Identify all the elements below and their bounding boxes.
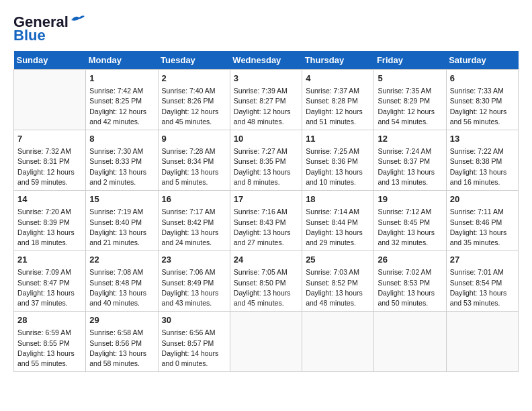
day-info: Sunrise: 6:58 AM Sunset: 8:56 PM Dayligh… (89, 328, 154, 369)
day-info: Sunrise: 7:32 AM Sunset: 8:31 PM Dayligh… (17, 146, 82, 187)
calendar-cell: 25Sunrise: 7:03 AM Sunset: 8:52 PM Dayli… (302, 251, 374, 312)
day-info: Sunrise: 7:02 AM Sunset: 8:53 PM Dayligh… (378, 267, 442, 308)
calendar-cell: 28Sunrise: 6:59 AM Sunset: 8:55 PM Dayli… (14, 312, 86, 372)
calendar-cell: 4Sunrise: 7:37 AM Sunset: 8:28 PM Daylig… (302, 70, 374, 130)
day-number: 1 (89, 73, 154, 85)
day-number: 28 (17, 314, 82, 326)
calendar-cell: 22Sunrise: 7:08 AM Sunset: 8:48 PM Dayli… (86, 251, 158, 312)
calendar-cell: 10Sunrise: 7:27 AM Sunset: 8:35 PM Dayli… (230, 130, 302, 191)
day-number: 27 (450, 254, 515, 266)
calendar-week-row: 14Sunrise: 7:20 AM Sunset: 8:39 PM Dayli… (14, 191, 519, 251)
day-number: 12 (378, 133, 442, 145)
weekday-header-monday: Monday (86, 51, 158, 70)
day-info: Sunrise: 7:30 AM Sunset: 8:33 PM Dayligh… (89, 146, 154, 187)
calendar-cell (230, 312, 302, 372)
calendar-cell: 24Sunrise: 7:05 AM Sunset: 8:50 PM Dayli… (230, 251, 302, 312)
calendar-cell: 12Sunrise: 7:24 AM Sunset: 8:37 PM Dayli… (374, 130, 446, 191)
day-info: Sunrise: 6:56 AM Sunset: 8:57 PM Dayligh… (162, 328, 226, 369)
day-info: Sunrise: 7:05 AM Sunset: 8:50 PM Dayligh… (234, 267, 298, 308)
weekday-header-tuesday: Tuesday (158, 51, 230, 70)
calendar-cell: 7Sunrise: 7:32 AM Sunset: 8:31 PM Daylig… (14, 130, 86, 191)
calendar-cell: 8Sunrise: 7:30 AM Sunset: 8:33 PM Daylig… (86, 130, 158, 191)
day-info: Sunrise: 7:24 AM Sunset: 8:37 PM Dayligh… (378, 146, 442, 187)
calendar-cell: 6Sunrise: 7:33 AM Sunset: 8:30 PM Daylig… (446, 70, 518, 130)
day-number: 4 (306, 73, 370, 85)
calendar-cell: 26Sunrise: 7:02 AM Sunset: 8:53 PM Dayli… (374, 251, 446, 312)
day-info: Sunrise: 7:08 AM Sunset: 8:48 PM Dayligh… (89, 267, 154, 308)
day-info: Sunrise: 7:37 AM Sunset: 8:28 PM Dayligh… (306, 86, 370, 127)
day-number: 19 (378, 193, 442, 205)
calendar-cell: 1Sunrise: 7:42 AM Sunset: 8:25 PM Daylig… (86, 70, 158, 130)
day-number: 7 (17, 133, 82, 145)
calendar-week-row: 1Sunrise: 7:42 AM Sunset: 8:25 PM Daylig… (14, 70, 519, 130)
day-info: Sunrise: 7:28 AM Sunset: 8:34 PM Dayligh… (162, 146, 226, 187)
day-number: 11 (306, 133, 370, 145)
calendar-cell: 11Sunrise: 7:25 AM Sunset: 8:36 PM Dayli… (302, 130, 374, 191)
day-number: 9 (162, 133, 226, 145)
calendar-cell (14, 70, 86, 130)
day-number: 25 (306, 254, 370, 266)
day-info: Sunrise: 7:09 AM Sunset: 8:47 PM Dayligh… (17, 267, 82, 308)
day-info: Sunrise: 7:06 AM Sunset: 8:49 PM Dayligh… (162, 267, 226, 308)
day-number: 15 (89, 193, 154, 205)
day-number: 10 (234, 133, 298, 145)
calendar-week-row: 28Sunrise: 6:59 AM Sunset: 8:55 PM Dayli… (14, 312, 519, 372)
day-info: Sunrise: 7:11 AM Sunset: 8:46 PM Dayligh… (450, 207, 515, 248)
calendar-cell: 23Sunrise: 7:06 AM Sunset: 8:49 PM Dayli… (158, 251, 230, 312)
day-info: Sunrise: 7:19 AM Sunset: 8:40 PM Dayligh… (89, 207, 154, 248)
calendar-cell: 9Sunrise: 7:28 AM Sunset: 8:34 PM Daylig… (158, 130, 230, 191)
day-info: Sunrise: 7:40 AM Sunset: 8:26 PM Dayligh… (162, 86, 226, 127)
weekday-header-friday: Friday (374, 51, 446, 70)
calendar-cell: 18Sunrise: 7:14 AM Sunset: 8:44 PM Dayli… (302, 191, 374, 251)
day-number: 17 (234, 193, 298, 205)
calendar-cell: 17Sunrise: 7:16 AM Sunset: 8:43 PM Dayli… (230, 191, 302, 251)
day-number: 5 (378, 73, 442, 85)
calendar-cell: 19Sunrise: 7:12 AM Sunset: 8:45 PM Dayli… (374, 191, 446, 251)
calendar-week-row: 7Sunrise: 7:32 AM Sunset: 8:31 PM Daylig… (14, 130, 519, 191)
calendar-week-row: 21Sunrise: 7:09 AM Sunset: 8:47 PM Dayli… (14, 251, 519, 312)
calendar-cell: 2Sunrise: 7:40 AM Sunset: 8:26 PM Daylig… (158, 70, 230, 130)
day-info: Sunrise: 7:20 AM Sunset: 8:39 PM Dayligh… (17, 207, 82, 248)
day-number: 23 (162, 254, 226, 266)
day-info: Sunrise: 7:12 AM Sunset: 8:45 PM Dayligh… (378, 207, 442, 248)
day-number: 16 (162, 193, 226, 205)
calendar-cell: 29Sunrise: 6:58 AM Sunset: 8:56 PM Dayli… (86, 312, 158, 372)
day-number: 6 (450, 73, 515, 85)
weekday-header-thursday: Thursday (302, 51, 374, 70)
day-info: Sunrise: 7:27 AM Sunset: 8:35 PM Dayligh… (234, 146, 298, 187)
calendar-cell: 15Sunrise: 7:19 AM Sunset: 8:40 PM Dayli… (86, 191, 158, 251)
calendar-cell (302, 312, 374, 372)
day-info: Sunrise: 7:22 AM Sunset: 8:38 PM Dayligh… (450, 146, 515, 187)
day-info: Sunrise: 7:35 AM Sunset: 8:29 PM Dayligh… (378, 86, 442, 127)
day-info: Sunrise: 7:01 AM Sunset: 8:54 PM Dayligh… (450, 267, 515, 308)
day-number: 14 (17, 193, 82, 205)
calendar-cell: 5Sunrise: 7:35 AM Sunset: 8:29 PM Daylig… (374, 70, 446, 130)
day-number: 3 (234, 73, 298, 85)
day-info: Sunrise: 7:14 AM Sunset: 8:44 PM Dayligh… (306, 207, 370, 248)
page-header: General Blue (13, 13, 519, 44)
day-number: 2 (162, 73, 226, 85)
calendar-cell: 21Sunrise: 7:09 AM Sunset: 8:47 PM Dayli… (14, 251, 86, 312)
weekday-header-row: SundayMondayTuesdayWednesdayThursdayFrid… (14, 51, 519, 70)
calendar-cell (374, 312, 446, 372)
day-number: 30 (162, 314, 226, 326)
day-info: Sunrise: 7:33 AM Sunset: 8:30 PM Dayligh… (450, 86, 515, 127)
logo: General Blue (13, 13, 85, 44)
weekday-header-sunday: Sunday (14, 51, 86, 70)
day-info: Sunrise: 7:42 AM Sunset: 8:25 PM Dayligh… (89, 86, 154, 127)
day-info: Sunrise: 7:25 AM Sunset: 8:36 PM Dayligh… (306, 146, 370, 187)
calendar-table: SundayMondayTuesdayWednesdayThursdayFrid… (13, 51, 519, 372)
day-number: 21 (17, 254, 82, 266)
logo-blue-text: Blue (13, 27, 46, 44)
calendar-cell: 30Sunrise: 6:56 AM Sunset: 8:57 PM Dayli… (158, 312, 230, 372)
day-info: Sunrise: 7:03 AM Sunset: 8:52 PM Dayligh… (306, 267, 370, 308)
day-info: Sunrise: 7:16 AM Sunset: 8:43 PM Dayligh… (234, 207, 298, 248)
day-number: 22 (89, 254, 154, 266)
calendar-cell: 3Sunrise: 7:39 AM Sunset: 8:27 PM Daylig… (230, 70, 302, 130)
calendar-cell: 16Sunrise: 7:17 AM Sunset: 8:42 PM Dayli… (158, 191, 230, 251)
day-number: 18 (306, 193, 370, 205)
calendar-cell: 27Sunrise: 7:01 AM Sunset: 8:54 PM Dayli… (446, 251, 518, 312)
day-info: Sunrise: 6:59 AM Sunset: 8:55 PM Dayligh… (17, 328, 82, 369)
day-number: 26 (378, 254, 442, 266)
calendar-cell: 20Sunrise: 7:11 AM Sunset: 8:46 PM Dayli… (446, 191, 518, 251)
